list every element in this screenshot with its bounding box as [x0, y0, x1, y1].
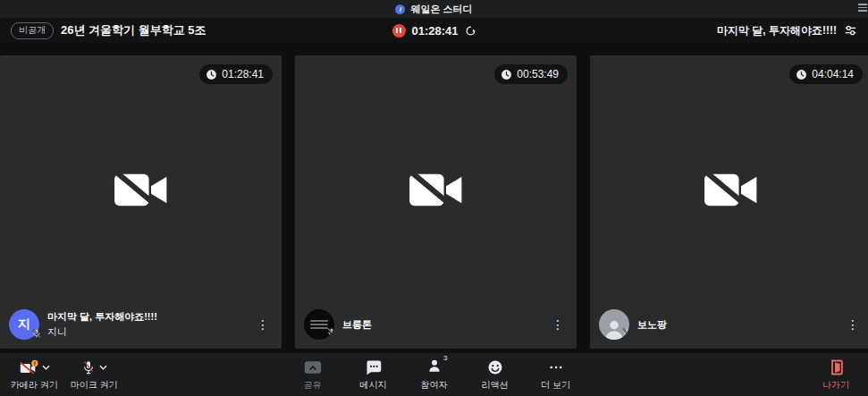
tile-timer-badge: 01:28:41 — [199, 64, 273, 84]
mic-off-icon — [81, 359, 96, 375]
more-button[interactable]: 더 보기 — [536, 358, 576, 392]
hamburger-menu-icon[interactable] — [858, 4, 867, 12]
video-tile: 04:04:14 — [590, 55, 868, 349]
smiley-reaction-icon — [487, 359, 503, 375]
video-tile: 00:53:49 — [295, 55, 577, 349]
tile-timer-badge: 00:53:49 — [494, 64, 568, 84]
exit-door-icon — [830, 359, 843, 375]
clock-icon — [206, 69, 217, 80]
tile-kebab-menu-icon[interactable]: ⋮ — [841, 316, 864, 333]
tile-timer: 00:53:49 — [517, 68, 559, 80]
camera-off-icon — [698, 163, 764, 218]
share-button[interactable]: 공유 — [293, 358, 333, 392]
tile-kebab-menu-icon[interactable]: ⋮ — [546, 316, 569, 333]
camera-off-icon — [19, 359, 38, 375]
room-title: 26년 겨울학기 월부학교 5조 — [61, 22, 206, 38]
tile-user-name: 지니 — [47, 325, 157, 339]
tile-timer-badge: 04:04:14 — [789, 64, 863, 84]
avatar-person-icon — [599, 309, 629, 340]
chevron-down-icon[interactable] — [99, 365, 107, 370]
info-icon: i — [395, 4, 405, 14]
reaction-label: 리액션 — [482, 379, 509, 392]
app-title: 웨일온 스터디 — [410, 3, 472, 16]
participants-icon — [427, 358, 442, 373]
avatar-initial: 지 — [18, 316, 30, 333]
control-bar: 카메라 켜기 마이크 켜기 — [0, 353, 868, 396]
mic-muted-icon — [31, 327, 42, 341]
video-tile: 01:28:41 지 — [0, 55, 282, 349]
tile-kebab-menu-icon[interactable]: ⋮ — [251, 316, 274, 333]
tile-user-name: 브롱톤 — [342, 318, 372, 332]
participants-count-badge: 3 — [443, 354, 447, 362]
more-label: 더 보기 — [541, 379, 570, 392]
privacy-badge: 비공개 — [11, 22, 54, 39]
camera-toggle-button[interactable]: 카메라 켜기 — [11, 358, 58, 392]
room-header: 비공개 26년 겨울학기 월부학교 5조 01:28:41 마지막 달, 투자해… — [0, 18, 868, 43]
camera-toggle-label: 카메라 켜기 — [11, 379, 58, 392]
session-timer: 01:28:41 — [411, 24, 458, 38]
leave-button[interactable]: 나가기 — [816, 358, 855, 392]
avatar: 지 — [9, 309, 39, 340]
message-button[interactable]: 메시지 — [354, 358, 393, 392]
tile-timer: 04:04:14 — [812, 68, 854, 80]
video-grid: 01:28:41 지 — [0, 43, 868, 353]
screen-share-icon — [304, 360, 322, 375]
pause-timer-button[interactable] — [392, 24, 405, 38]
tile-status-message: 마지막 달, 투자해야죠!!!! — [47, 310, 157, 324]
reaction-button[interactable]: 리액션 — [476, 358, 515, 392]
settings-sliders-icon[interactable] — [844, 24, 857, 37]
camera-off-icon — [403, 163, 469, 218]
participants-button[interactable]: 3 참여자 — [415, 358, 454, 392]
chevron-down-icon[interactable] — [42, 365, 50, 370]
clock-icon — [501, 69, 512, 80]
mic-muted-icon — [621, 325, 629, 340]
camera-off-icon — [108, 163, 174, 218]
room-status-message: 마지막 달, 투자해야죠!!!! — [717, 23, 837, 38]
tile-timer: 01:28:41 — [222, 68, 264, 80]
mic-muted-icon — [326, 325, 334, 340]
participants-label: 참여자 — [421, 379, 448, 392]
share-label: 공유 — [304, 379, 322, 392]
mic-toggle-button[interactable]: 마이크 켜기 — [71, 358, 118, 392]
avatar-image — [304, 309, 334, 340]
top-bar: i 웨일온 스터디 — [0, 0, 868, 18]
clock-icon — [796, 69, 807, 80]
message-label: 메시지 — [360, 379, 387, 392]
tile-user-name: 보노팡 — [637, 318, 667, 332]
more-dots-icon — [548, 359, 564, 375]
app-title-group: i 웨일온 스터디 — [395, 3, 472, 16]
refresh-icon[interactable] — [465, 25, 476, 37]
mic-toggle-label: 마이크 켜기 — [71, 379, 118, 392]
leave-label: 나가기 — [822, 379, 849, 392]
message-icon — [366, 359, 382, 375]
